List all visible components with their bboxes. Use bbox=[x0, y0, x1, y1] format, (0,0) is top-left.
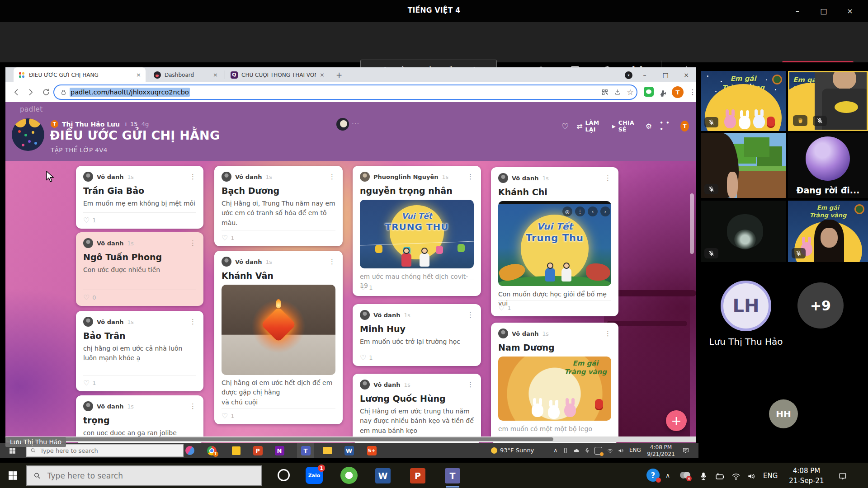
inner-onenote-icon[interactable]: N bbox=[274, 445, 285, 456]
lock-icon[interactable] bbox=[57, 86, 70, 99]
qr-code-icon[interactable] bbox=[599, 86, 611, 99]
tab-close-icon[interactable]: × bbox=[136, 71, 141, 78]
card-menu-icon[interactable]: ⋮ bbox=[604, 329, 611, 338]
heart-icon[interactable]: ♡ bbox=[360, 283, 366, 292]
heart-icon[interactable]: ♡ bbox=[222, 234, 228, 242]
inner-teams-tray-icon[interactable] bbox=[592, 445, 604, 456]
add-post-button[interactable]: + bbox=[666, 410, 687, 431]
heart-icon[interactable]: ♡ bbox=[83, 379, 90, 387]
author-name[interactable]: Thị Thu Hảo Lưu bbox=[62, 121, 120, 128]
inner-wifi-icon[interactable] bbox=[604, 445, 616, 456]
inner-language[interactable]: ENG bbox=[629, 447, 641, 453]
tray-volume-icon[interactable] bbox=[745, 470, 758, 483]
card-bao-tran[interactable]: Vô danh1s⋮ Bảo Trân chị hằng ơi em ước c… bbox=[76, 311, 203, 391]
inner-weather[interactable]: 93°F Sunny bbox=[491, 447, 534, 454]
card-khanh-chi[interactable]: Vô danh1s⋮ Khánh Chi Vui Tết Trung Thu ◎… bbox=[491, 167, 618, 316]
inner-paint3d-icon[interactable] bbox=[184, 445, 196, 456]
bookmark-star-icon[interactable]: ☆ bbox=[624, 86, 637, 99]
inner-clock[interactable]: 4:08 PM 9/21/2021 bbox=[644, 444, 678, 458]
url-field[interactable]: padlet.com/haoltt/jhloxxuqrco2ncbo ☆ bbox=[53, 84, 637, 100]
window-maximize-button[interactable]: □ bbox=[814, 0, 834, 22]
browser-minimize-button[interactable]: – bbox=[636, 67, 654, 82]
em-gai-trang-vang-image[interactable]: Em gáiTràng vàng bbox=[498, 357, 611, 421]
card-menu-icon[interactable]: ⋮ bbox=[467, 380, 474, 389]
coccoc-browser-icon[interactable] bbox=[340, 467, 358, 484]
new-tab-button[interactable]: + bbox=[333, 67, 345, 82]
browser-restore-button[interactable]: □ bbox=[656, 67, 675, 82]
tab-close-icon[interactable]: × bbox=[320, 71, 325, 78]
url-text[interactable]: padlet.com/haoltt/jhloxxuqrco2ncbo bbox=[70, 88, 190, 97]
padlet-logo[interactable]: padlet bbox=[20, 105, 43, 113]
padlet-profile-avatar[interactable]: T bbox=[680, 121, 689, 131]
inner-onedrive-icon[interactable] bbox=[571, 445, 582, 456]
card-nguyen-trong-nhan[interactable]: Phuonglinh Nguyễn1s⋮ nguyễn trọng nhân V… bbox=[353, 166, 481, 296]
heart-icon[interactable]: ♡ bbox=[498, 304, 505, 312]
heart-icon[interactable]: ♡ bbox=[83, 293, 90, 302]
inner-explorer-icon[interactable] bbox=[321, 445, 333, 456]
inner-phone-icon[interactable] bbox=[560, 445, 571, 456]
board-more-icon[interactable]: • • • bbox=[660, 120, 673, 132]
inner-word-icon[interactable]: W bbox=[343, 445, 355, 456]
inner-mic-tray-icon[interactable] bbox=[581, 445, 593, 456]
author-extra[interactable]: + 15 bbox=[123, 121, 138, 127]
trung-thu-banner-image[interactable]: Vui Tết TRUNG THU bbox=[360, 200, 474, 268]
video-tile-student-camera[interactable]: Em gáiTràng vàng bbox=[788, 71, 868, 131]
tray-wifi-icon[interactable] bbox=[730, 470, 742, 483]
help-icon[interactable]: ? bbox=[646, 469, 660, 482]
card-nam-duong[interactable]: Vô danh1s⋮ Nam Dương Em gáiTràng vàng em… bbox=[491, 323, 618, 444]
card-menu-icon[interactable]: ⋮ bbox=[467, 173, 474, 181]
cortana-icon[interactable] bbox=[278, 469, 290, 481]
card-khanh-van[interactable]: Vô danh1s⋮ Khánh Vân Chị hằng ơi em ước … bbox=[214, 251, 343, 424]
powerpoint-icon[interactable]: P bbox=[410, 468, 425, 483]
horizontal-scrollbar-thumb[interactable] bbox=[7, 437, 553, 441]
back-button[interactable] bbox=[10, 86, 23, 99]
card-menu-icon[interactable]: ⋮ bbox=[467, 311, 474, 319]
card-menu-icon[interactable]: ⋮ bbox=[189, 173, 196, 181]
start-button[interactable] bbox=[7, 470, 19, 483]
trung-thu-scene-image[interactable]: Vui Tết Trung Thu ◎ ⋮ ‹ › bbox=[498, 201, 611, 286]
image-menu-icon[interactable]: ⋮ bbox=[575, 206, 585, 216]
participant-avatar-lh[interactable]: LH bbox=[721, 281, 771, 331]
share-button[interactable]: ▶CHIA SẺ bbox=[612, 119, 638, 133]
card-menu-icon[interactable]: ⋮ bbox=[329, 258, 335, 266]
video-tile-minecraft[interactable] bbox=[701, 133, 786, 198]
heart-icon[interactable]: ♡ bbox=[360, 353, 366, 362]
browser-close-button[interactable]: × bbox=[677, 67, 695, 82]
word-icon[interactable]: W bbox=[375, 468, 391, 483]
heart-icon[interactable]: ♡ bbox=[83, 216, 90, 225]
video-tile-dark-camera[interactable] bbox=[701, 201, 786, 262]
card-menu-icon[interactable]: ⋮ bbox=[189, 239, 196, 247]
image-next-icon[interactable]: › bbox=[600, 206, 610, 216]
tab-quizizz[interactable]: Q CHÚ CUỘI THÔNG THÁI VÒNG × bbox=[226, 67, 329, 82]
card-menu-icon[interactable]: ⋮ bbox=[189, 318, 196, 326]
card-menu-icon[interactable]: ⋮ bbox=[329, 173, 335, 181]
card-ngo-tuan-phong[interactable]: Vô danh1s⋮ Ngô Tuấn Phong Con ước được n… bbox=[76, 232, 203, 306]
action-center-icon[interactable] bbox=[836, 470, 849, 483]
like-board-icon[interactable]: ♡ bbox=[561, 122, 569, 131]
inner-tray-chevron[interactable]: ∧ bbox=[553, 447, 558, 454]
card-menu-icon[interactable]: ⋮ bbox=[604, 174, 611, 182]
image-focus-icon[interactable]: ◎ bbox=[562, 206, 572, 216]
window-minimize-button[interactable]: – bbox=[788, 0, 807, 22]
install-icon[interactable] bbox=[611, 86, 624, 99]
card-tran-gia-bao[interactable]: Vô danh1s⋮ Trần Gia Bảo Em muốn mẹ em kh… bbox=[76, 166, 203, 229]
taskbar-clock[interactable]: 4:08 PM 21-Sep-21 bbox=[784, 466, 829, 486]
tray-chevron[interactable]: ∧ bbox=[665, 472, 670, 479]
card-menu-icon[interactable]: ⋮ bbox=[189, 402, 196, 410]
zalo-icon[interactable]: Zalo 1 bbox=[306, 467, 323, 484]
vertical-scrollbar-thumb[interactable] bbox=[690, 193, 694, 254]
browser-profile-avatar[interactable]: T bbox=[672, 86, 684, 98]
tab-close-icon[interactable]: × bbox=[213, 71, 218, 78]
overflow-participants[interactable]: +9 bbox=[797, 282, 844, 328]
reload-button[interactable] bbox=[40, 86, 52, 99]
lantern-photo[interactable] bbox=[222, 285, 335, 375]
forward-button[interactable] bbox=[24, 86, 37, 99]
video-tile-art[interactable]: Em gáiTràng vàng bbox=[701, 71, 786, 131]
inner-overflow-icon[interactable]: 5+ bbox=[366, 445, 377, 456]
bitmoji-extension-icon[interactable] bbox=[644, 87, 654, 97]
sync-error-icon[interactable]: × bbox=[680, 471, 691, 482]
inner-notification-icon[interactable] bbox=[680, 445, 692, 456]
image-prev-icon[interactable]: ‹ bbox=[588, 206, 598, 216]
tab-padlet[interactable]: ĐIỀU ƯỚC GỬI CHỊ HẰNG × bbox=[14, 67, 146, 82]
video-tile-leaving[interactable]: Đang rời đi... bbox=[788, 133, 868, 198]
